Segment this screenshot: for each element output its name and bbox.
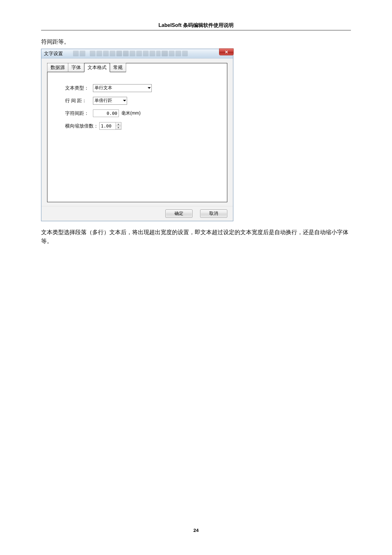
text-type-label: 文本类型： bbox=[65, 85, 93, 91]
header-divider bbox=[41, 30, 351, 30]
tab-text-format[interactable]: 文本格式 bbox=[84, 63, 110, 72]
horiz-scale-label: 横向缩放倍数： bbox=[65, 123, 99, 129]
text-type-select[interactable]: 单行文本 bbox=[93, 84, 152, 92]
tab-data-source[interactable]: 数据源 bbox=[47, 63, 68, 72]
close-button[interactable]: ✕ bbox=[219, 48, 234, 55]
close-icon: ✕ bbox=[225, 50, 228, 54]
page-number: 24 bbox=[0, 527, 392, 533]
line-spacing-select[interactable]: 单倍行距 bbox=[93, 97, 127, 105]
row-text-type: 文本类型： 单行文本 bbox=[65, 84, 217, 92]
dialog-titlebar[interactable]: 文字设置 ✕ bbox=[41, 49, 233, 59]
tab-general[interactable]: 常规 bbox=[110, 63, 126, 72]
line-spacing-value: 单倍行距 bbox=[95, 98, 112, 103]
page-header: LabelSoft 条码编辑软件使用说明 bbox=[41, 22, 351, 29]
spinner-buttons: ▲ ▼ bbox=[115, 122, 121, 129]
titlebar-background-icons bbox=[73, 50, 218, 57]
tab-font[interactable]: 字体 bbox=[68, 63, 84, 72]
char-spacing-unit: 毫米(mm) bbox=[121, 110, 141, 116]
char-spacing-input[interactable]: 0.00 bbox=[93, 109, 119, 117]
chevron-down-icon bbox=[148, 87, 151, 89]
chevron-down-icon bbox=[123, 100, 126, 102]
tabs-container: 数据源 字体 文本格式 常规 文本类型： 单行文本 行 间 距： bbox=[47, 63, 227, 202]
dialog-title: 文字设置 bbox=[44, 51, 63, 57]
tab-content: 文本类型： 单行文本 行 间 距： 单倍行距 bbox=[47, 72, 227, 144]
description-paragraph: 文本类型选择段落（多行）文本后，将出现超出宽度的设置，即文本超过设定的文本宽度后… bbox=[41, 228, 351, 246]
dialog-footer: 确定 取消 bbox=[41, 206, 233, 221]
char-spacing-value: 0.00 bbox=[107, 111, 117, 116]
cancel-button[interactable]: 取消 bbox=[200, 209, 227, 218]
horiz-scale-spinner[interactable]: 1.00 ▲ ▼ bbox=[99, 122, 121, 130]
dialog-body: 数据源 字体 文本格式 常规 文本类型： 单行文本 行 间 距： bbox=[41, 59, 233, 206]
tabs-header: 数据源 字体 文本格式 常规 bbox=[47, 63, 227, 72]
horiz-scale-value: 1.00 bbox=[100, 122, 115, 129]
intro-text: 符间距等。 bbox=[41, 38, 351, 46]
row-line-spacing: 行 间 距： 单倍行距 bbox=[65, 96, 217, 105]
text-settings-dialog: 文字设置 ✕ 数据源 字体 文本格式 常规 bbox=[41, 49, 233, 221]
row-char-spacing: 字符间距： 0.00 毫米(mm) bbox=[65, 109, 217, 118]
spinner-down-button[interactable]: ▼ bbox=[116, 126, 121, 130]
row-horiz-scale: 横向缩放倍数： 1.00 ▲ ▼ bbox=[65, 122, 217, 130]
char-spacing-label: 字符间距： bbox=[65, 110, 93, 116]
text-type-value: 单行文本 bbox=[95, 85, 112, 91]
line-spacing-label: 行 间 距： bbox=[65, 98, 93, 104]
ok-button[interactable]: 确定 bbox=[165, 209, 193, 218]
spinner-up-button[interactable]: ▲ bbox=[116, 122, 121, 126]
